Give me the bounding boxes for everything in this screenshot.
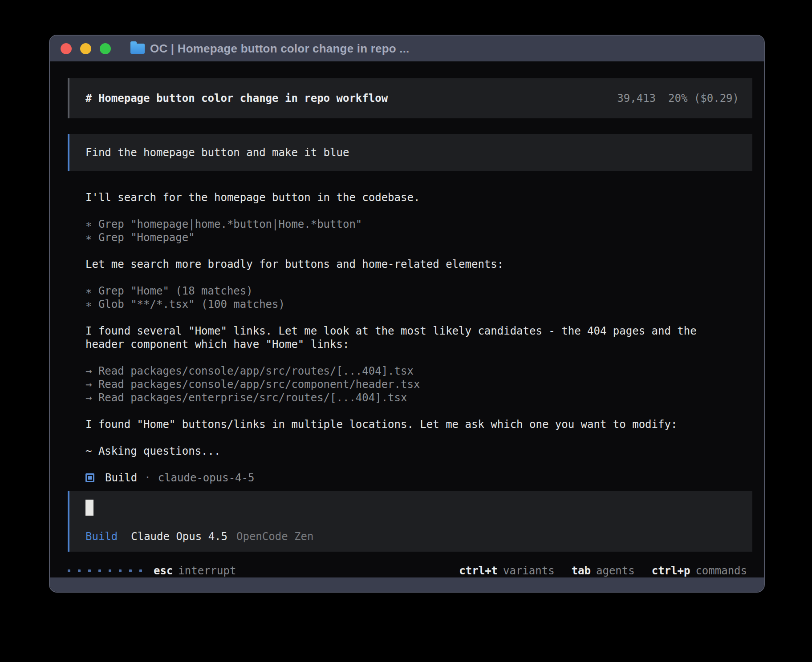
assistant-text: I found "Home" buttons/links in multiple…: [85, 418, 727, 431]
tool-call-group: → Read packages/console/app/src/routes/[…: [85, 364, 727, 404]
window-controls: [61, 43, 111, 54]
assistant-text: Let me search more broadly for buttons a…: [85, 258, 727, 271]
text-cursor: [85, 500, 93, 516]
close-button[interactable]: [61, 43, 72, 54]
agent-badge-model: claude-opus-4-5: [158, 471, 255, 484]
window-bottom-chrome: [50, 577, 764, 592]
agent-square-icon: [85, 473, 94, 482]
session-header: # Homepage button color change in repo w…: [68, 78, 752, 118]
minimize-button[interactable]: [80, 43, 91, 54]
variants-key: ctrl+t: [459, 564, 498, 577]
user-message: Find the homepage button and make it blu…: [68, 134, 752, 171]
interrupt-label: interrupt: [178, 564, 236, 577]
provider-name: OpenCode Zen: [236, 530, 313, 543]
badge-separator: ·: [144, 471, 150, 484]
model-name: Claude Opus 4.5: [131, 530, 227, 543]
tool-call-read: → Read packages/console/app/src/componen…: [85, 378, 727, 391]
assistant-text: I'll search for the homepage button in t…: [85, 191, 727, 204]
session-meta: 39,413 20% ($0.29): [617, 92, 739, 105]
hint-commands: ctrl+p commands: [652, 564, 747, 577]
agents-label: agents: [596, 564, 635, 577]
terminal-window: OC | Homepage button color change in rep…: [49, 35, 765, 593]
fullscreen-button[interactable]: [100, 43, 111, 54]
agent-badge: Build · claude-opus-4-5: [85, 471, 727, 484]
status-right: ctrl+t variants tab agents ctrl+p comman…: [459, 564, 752, 577]
folder-icon: [130, 44, 145, 54]
working-status: ~ Asking questions...: [85, 444, 727, 458]
tool-call-read: → Read packages/enterprise/src/routes/[.…: [85, 391, 727, 404]
user-message-text: Find the homepage button and make it blu…: [85, 146, 349, 159]
tool-call-glob: ∗ Glob "**/*.tsx" (100 matches): [85, 298, 727, 311]
tool-call-group: ∗ Grep "homepage|home.*button|Home.*butt…: [85, 218, 727, 244]
session-title: # Homepage button color change in repo w…: [85, 92, 388, 105]
terminal-content: # Homepage button color change in repo w…: [50, 61, 764, 577]
tool-call-group: ∗ Grep "Home" (18 matches) ∗ Glob "**/*.…: [85, 284, 727, 311]
status-bar: esc interrupt ctrl+t variants tab agents…: [68, 564, 752, 577]
tool-call-read: → Read packages/console/app/src/routes/[…: [85, 364, 727, 378]
assistant-text: I found several "Home" links. Let me loo…: [85, 324, 727, 351]
hint-variants: ctrl+t variants: [459, 564, 554, 577]
assistant-message: I'll search for the homepage button in t…: [68, 191, 727, 484]
status-left: esc interrupt: [68, 564, 236, 577]
tool-call-grep: ∗ Grep "Homepage": [85, 231, 727, 244]
agent-badge-name: Build: [105, 471, 137, 484]
tool-call-grep: ∗ Grep "homepage|home.*button|Home.*butt…: [85, 218, 727, 231]
agents-key: tab: [572, 564, 591, 577]
commands-label: commands: [695, 564, 747, 577]
prompt-input[interactable]: Build Claude Opus 4.5 OpenCode Zen: [68, 491, 752, 552]
token-count: 39,413: [617, 92, 656, 105]
variants-label: variants: [503, 564, 555, 577]
window-title: OC | Homepage button color change in rep…: [150, 42, 410, 56]
agent-selector[interactable]: Build: [85, 530, 118, 543]
context-cost: 20% ($0.29): [668, 92, 739, 105]
commands-key: ctrl+p: [652, 564, 690, 577]
interrupt-key: esc: [154, 564, 173, 577]
tool-call-grep: ∗ Grep "Home" (18 matches): [85, 284, 727, 298]
window-titlebar[interactable]: OC | Homepage button color change in rep…: [50, 36, 764, 61]
spinner-dots: [68, 569, 142, 572]
hint-agents: tab agents: [572, 564, 635, 577]
input-status-row: Build Claude Opus 4.5 OpenCode Zen: [85, 530, 739, 543]
